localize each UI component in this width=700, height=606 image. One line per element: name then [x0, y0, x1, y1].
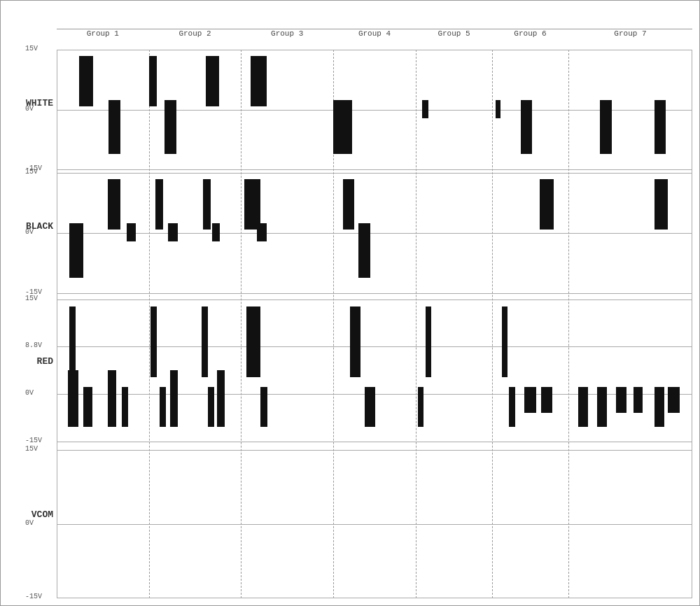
- signal-pulse: [502, 306, 507, 377]
- h-line: [57, 50, 692, 50]
- signal-pulse: [616, 387, 626, 413]
- group-header: Group 7: [568, 29, 692, 38]
- signal-pulse: [69, 306, 76, 377]
- signal-pulse: [108, 179, 120, 230]
- group-header: Group 4: [333, 29, 416, 38]
- signal-pulse: [155, 179, 163, 230]
- voltage-label: 15V: [25, 445, 38, 453]
- signal-pulse: [257, 223, 267, 241]
- signal-pulse: [168, 223, 178, 241]
- signal-pulse: [170, 370, 178, 427]
- voltage-label: 15V: [25, 295, 38, 302]
- signal-pulse: [160, 387, 166, 427]
- signal-pulse: [521, 100, 532, 154]
- signal-pulse: [208, 387, 214, 427]
- signal-pulse: [150, 306, 157, 377]
- signal-pulse: [127, 223, 136, 241]
- signal-pulse: [333, 100, 352, 154]
- signal-pulse: [212, 223, 220, 241]
- voltage-label: -15V: [25, 593, 42, 600]
- group-header: Group 2: [149, 29, 241, 38]
- group-header: Group 6: [492, 29, 568, 38]
- signal-label: RED: [1, 356, 53, 367]
- signal-pulse: [122, 387, 128, 427]
- signal-pulse: [203, 179, 211, 230]
- signal-pulse: [350, 306, 360, 377]
- signal-row-black: BLACK15V0V-15V: [57, 173, 692, 293]
- chart-container: Group 1Group 2Group 3Group 4Group 5Group…: [0, 0, 700, 606]
- signal-pulse: [541, 387, 552, 413]
- signal-pulse: [69, 223, 83, 277]
- signal-pulse: [79, 56, 93, 106]
- signal-pulse: [108, 370, 117, 427]
- voltage-label: 15V: [25, 168, 38, 176]
- voltage-label: 0V: [25, 105, 34, 113]
- signal-pulse: [244, 179, 260, 230]
- signal-pulse: [202, 306, 208, 377]
- signal-row-white: WHITE15V0V-15V: [57, 50, 692, 170]
- signal-pulse: [426, 306, 431, 377]
- signal-pulse: [496, 100, 500, 118]
- signal-row-red: RED15V8.8V0V-15V: [57, 300, 692, 442]
- signal-pulse: [217, 370, 225, 427]
- signal-pulse: [634, 387, 643, 413]
- h-line: [57, 173, 692, 174]
- chart-area: Group 1Group 2Group 3Group 4Group 5Group…: [57, 29, 692, 598]
- signal-pulse: [108, 100, 120, 154]
- h-line: [57, 524, 692, 525]
- signal-pulse: [668, 387, 679, 413]
- h-line: [57, 300, 692, 300]
- signal-pulse: [83, 387, 92, 427]
- signal-pulse: [164, 100, 176, 154]
- signal-pulse: [418, 387, 424, 427]
- voltage-label: 0V: [25, 228, 34, 236]
- h-line: [57, 293, 692, 294]
- voltage-label: 15V: [25, 45, 38, 52]
- signal-pulse: [600, 100, 611, 154]
- signal-pulse: [578, 387, 589, 427]
- signal-pulse: [654, 387, 665, 427]
- signal-pulse: [540, 179, 554, 230]
- signal-pulse: [509, 387, 514, 427]
- signal-pulse: [251, 56, 267, 106]
- h-line: [57, 442, 692, 442]
- signal-pulse: [422, 100, 428, 118]
- signal-pulse: [358, 223, 370, 277]
- signal-pulse: [206, 56, 218, 106]
- voltage-label: 0V: [25, 389, 34, 397]
- signal-pulse: [654, 100, 666, 154]
- signal-label: VCOM: [1, 509, 53, 520]
- signal-pulse: [654, 179, 668, 230]
- group-header: Group 5: [416, 29, 492, 38]
- signal-pulse: [343, 179, 354, 230]
- group-header: Group 1: [57, 29, 149, 38]
- h-line: [57, 169, 692, 170]
- signal-pulse: [246, 306, 260, 377]
- voltage-label: 8.8V: [25, 341, 42, 349]
- signal-pulse: [597, 387, 608, 427]
- voltage-label: -15V: [25, 437, 42, 444]
- group-header: Group 3: [241, 29, 333, 38]
- h-line: [57, 110, 692, 111]
- signal-pulse: [365, 387, 375, 427]
- h-line: [57, 233, 692, 234]
- h-line: [57, 450, 692, 451]
- signal-row-vcom: VCOM15V0V-15V: [57, 450, 692, 598]
- signal-pulse: [149, 56, 157, 106]
- signal-pulse: [524, 387, 536, 413]
- signal-pulse: [260, 387, 268, 427]
- voltage-label: 0V: [25, 519, 34, 527]
- signal-pulse: [68, 370, 78, 427]
